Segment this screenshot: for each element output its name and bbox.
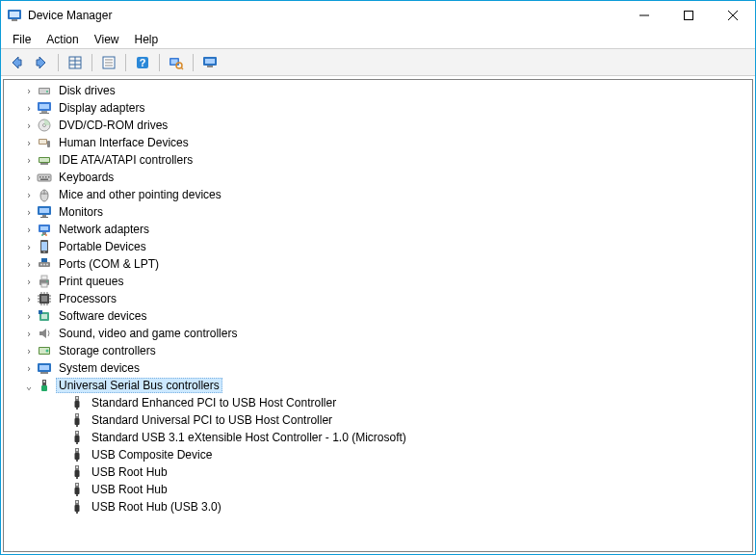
sound-icon <box>37 326 52 341</box>
tree-category-label[interactable]: DVD/CD-ROM drives <box>56 118 170 133</box>
tree-device[interactable]: USB Composite Device <box>4 446 752 463</box>
tree-category[interactable]: ›Portable Devices <box>4 238 752 255</box>
chevron-right-icon[interactable]: › <box>21 259 37 270</box>
tree-category[interactable]: ›Mice and other pointing devices <box>4 186 752 203</box>
tree-category-label[interactable]: Keyboards <box>56 170 117 185</box>
tree-category-label[interactable]: IDE ATA/ATAPI controllers <box>56 152 196 168</box>
tree-device-label[interactable]: USB Root Hub <box>89 464 170 480</box>
keyboard-icon <box>37 170 52 185</box>
tree-category-label[interactable]: Monitors <box>56 204 106 220</box>
toolbar-scan-button[interactable] <box>165 52 188 73</box>
tree-category[interactable]: ›Human Interface Devices <box>4 134 752 151</box>
chevron-right-icon[interactable]: › <box>21 155 37 166</box>
chevron-right-icon[interactable]: › <box>21 277 37 287</box>
toolbar-back-button[interactable] <box>5 52 28 73</box>
tree-device-label[interactable]: USB Root Hub <box>89 482 170 497</box>
tree-category-label[interactable]: Mice and other pointing devices <box>56 187 224 202</box>
tree-category[interactable]: ›Network adapters <box>4 221 752 238</box>
tree-category-label[interactable]: System devices <box>56 360 143 376</box>
titlebar[interactable]: Device Manager <box>1 1 755 30</box>
toolbar-devices-button[interactable] <box>198 52 222 73</box>
tree-device-label[interactable]: USB Composite Device <box>89 447 215 462</box>
chevron-right-icon[interactable]: › <box>21 172 37 183</box>
tree-category-label[interactable]: Software devices <box>56 308 149 324</box>
tree-category-label[interactable]: Print queues <box>56 274 126 289</box>
tree-category-label[interactable]: Network adapters <box>56 222 152 237</box>
tree-category[interactable]: ⌄Universal Serial Bus controllers <box>4 377 752 394</box>
tree-category[interactable]: ›Monitors <box>4 203 752 221</box>
tree-category-label[interactable]: Display adapters <box>56 100 147 116</box>
tree-category[interactable]: ›Software devices <box>4 307 752 325</box>
tree-category-label[interactable]: Ports (COM & LPT) <box>56 256 162 272</box>
tree-category[interactable]: ›Print queues <box>4 273 752 290</box>
tree-device[interactable]: USB Root Hub <box>4 481 752 498</box>
chevron-right-icon[interactable]: › <box>21 329 37 339</box>
dvd-icon <box>37 118 52 133</box>
tree-category[interactable]: ›Processors <box>4 290 752 307</box>
maximize-button[interactable] <box>666 1 711 30</box>
toolbar-help-button[interactable] <box>131 52 154 73</box>
chevron-right-icon[interactable]: › <box>21 120 37 131</box>
menu-help[interactable]: Help <box>127 31 167 48</box>
tree-category-label[interactable]: Storage controllers <box>56 343 159 358</box>
menu-view[interactable]: View <box>87 31 127 48</box>
menubar: File Action View Help <box>1 30 755 49</box>
chevron-right-icon[interactable]: › <box>21 86 37 96</box>
tree-category[interactable]: ›IDE ATA/ATAPI controllers <box>4 151 752 169</box>
tree-category-label[interactable]: Disk drives <box>56 83 118 98</box>
tree-category[interactable]: ›Keyboards <box>4 169 752 186</box>
close-button[interactable] <box>711 1 755 30</box>
toolbar-show-hidden-button[interactable] <box>64 52 87 73</box>
toolbar-separator <box>193 54 194 71</box>
device-manager-window: Device Manager File Action View Help ›Di… <box>0 0 756 555</box>
svg-rect-97 <box>685 12 693 20</box>
tree-category[interactable]: ›Disk drives <box>4 82 752 99</box>
tree-category[interactable]: ›Ports (COM & LPT) <box>4 255 752 273</box>
chevron-right-icon[interactable]: › <box>21 103 37 114</box>
chevron-right-icon[interactable]: › <box>21 346 37 357</box>
tree-device[interactable]: Standard Enhanced PCI to USB Host Contro… <box>4 394 752 411</box>
tree-device-label[interactable]: USB Root Hub (USB 3.0) <box>89 499 224 515</box>
tree-category-label[interactable]: Processors <box>56 291 119 306</box>
chevron-right-icon[interactable]: › <box>21 138 37 148</box>
tree-category[interactable]: ›Storage controllers <box>4 342 752 359</box>
minimize-button[interactable] <box>622 1 666 30</box>
usb-plug-icon <box>69 499 85 515</box>
chevron-down-icon[interactable]: ⌄ <box>21 381 37 391</box>
menu-action[interactable]: Action <box>39 31 86 48</box>
tree-device-label[interactable]: Standard Universal PCI to USB Host Contr… <box>89 412 335 428</box>
chevron-right-icon[interactable]: › <box>21 294 37 304</box>
chevron-right-icon[interactable]: › <box>21 242 37 252</box>
window-title: Device Manager <box>28 9 622 22</box>
tree-category-label[interactable]: Sound, video and game controllers <box>56 326 240 341</box>
tree-device[interactable]: USB Root Hub (USB 3.0) <box>4 498 752 515</box>
chevron-right-icon[interactable]: › <box>21 311 37 322</box>
tree-device[interactable]: Standard USB 3.1 eXtensible Host Control… <box>4 429 752 446</box>
tree-device-label[interactable]: Standard USB 3.1 eXtensible Host Control… <box>89 430 409 445</box>
network-icon <box>37 222 52 237</box>
tree-category[interactable]: ›Display adapters <box>4 99 752 117</box>
chevron-right-icon[interactable]: › <box>21 363 37 374</box>
chevron-right-icon[interactable]: › <box>21 190 37 200</box>
display-icon <box>37 100 52 116</box>
tree-category-label[interactable]: Universal Serial Bus controllers <box>56 378 222 393</box>
tree-category[interactable]: ›DVD/CD-ROM drives <box>4 117 752 134</box>
tree-device[interactable]: USB Root Hub <box>4 463 752 481</box>
tree-category[interactable]: ›Sound, video and game controllers <box>4 325 752 342</box>
usb-plug-icon <box>69 412 85 428</box>
device-tree[interactable]: ›Disk drives›Display adapters›DVD/CD-ROM… <box>3 79 753 552</box>
tree-category-label[interactable]: Human Interface Devices <box>56 135 192 150</box>
menu-file[interactable]: File <box>5 31 39 48</box>
tree-device[interactable]: Standard Universal PCI to USB Host Contr… <box>4 411 752 429</box>
usb-icon <box>37 378 52 393</box>
tree-device-label[interactable]: Standard Enhanced PCI to USB Host Contro… <box>89 395 339 410</box>
content-area: ›Disk drives›Display adapters›DVD/CD-ROM… <box>1 76 755 554</box>
portable-icon <box>37 239 52 254</box>
toolbar-properties-button[interactable] <box>97 52 120 73</box>
toolbar-forward-button[interactable] <box>30 52 53 73</box>
tree-category-label[interactable]: Portable Devices <box>56 239 149 254</box>
mouse-icon <box>37 187 52 202</box>
chevron-right-icon[interactable]: › <box>21 225 37 235</box>
chevron-right-icon[interactable]: › <box>21 207 37 218</box>
tree-category[interactable]: ›System devices <box>4 359 752 377</box>
